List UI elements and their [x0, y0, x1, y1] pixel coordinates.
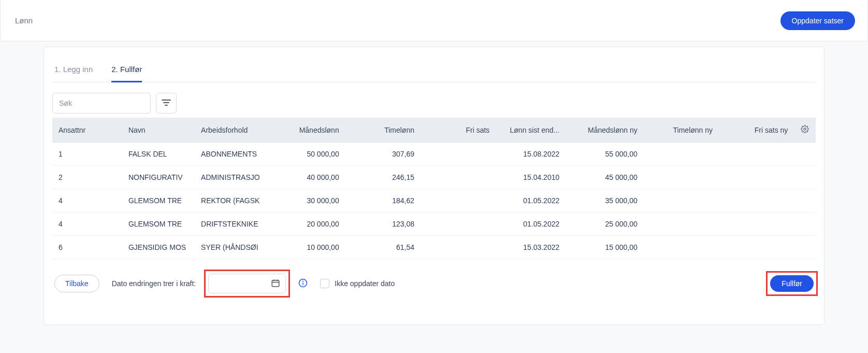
main-card: 1. Legg inn 2. Fullfør — [44, 47, 824, 325]
cell-manedslonn_ny: 25 000,00 — [566, 213, 644, 236]
complete-button[interactable]: Fullfør — [770, 275, 814, 292]
table-row[interactable]: 4GLEMSOM TREDRIFTSTEKNIKE20 000,00123,08… — [52, 213, 816, 236]
footer-row: Tilbake Dato endringen trer i kraft: — [52, 274, 816, 293]
col-manedslonn[interactable]: Månedslønn — [270, 118, 345, 143]
cell-timelonn: 307,69 — [345, 143, 421, 166]
col-lonn-sist-end[interactable]: Lønn sist end... — [496, 118, 566, 143]
cell-empty — [794, 236, 816, 259]
col-arbeidsforhold[interactable]: Arbeidsforhold — [195, 118, 270, 143]
svg-point-3 — [804, 128, 806, 130]
cell-fri_sats_ny — [719, 143, 794, 166]
cell-timelonn: 123,08 — [345, 213, 421, 236]
svg-rect-4 — [272, 280, 280, 286]
cell-manedslonn: 30 000,00 — [270, 189, 345, 213]
cell-empty — [794, 166, 816, 189]
cell-fri_sats_ny — [719, 213, 794, 236]
date-effective-label: Dato endringen trer i kraft: — [112, 279, 196, 288]
info-icon[interactable] — [298, 278, 308, 289]
col-navn[interactable]: Navn — [122, 118, 195, 143]
checkbox-label: Ikke oppdater dato — [335, 279, 395, 288]
cell-lonn_sist_end: 15.03.2022 — [496, 236, 566, 259]
cell-empty — [794, 143, 816, 166]
tab-fullfor[interactable]: 2. Fullfør — [111, 60, 142, 82]
page-title: Lønn — [15, 16, 33, 25]
cell-fri_sats — [421, 189, 496, 213]
cell-empty — [794, 189, 816, 213]
checkbox-box — [320, 279, 329, 288]
col-ansattnr[interactable]: Ansattnr — [52, 118, 122, 143]
cell-navn: NONFIGURATIV — [122, 166, 195, 189]
topbar: Lønn Oppdater satser — [0, 0, 868, 41]
date-effective-input[interactable] — [208, 274, 286, 293]
cell-navn: GJENSIDIG MOS — [122, 236, 195, 259]
cell-arbeidsforhold: ADMINISTRASJO — [195, 166, 270, 189]
col-fri-sats[interactable]: Fri sats — [421, 118, 496, 143]
dont-update-date-checkbox[interactable]: Ikke oppdater dato — [320, 279, 395, 288]
table-row[interactable]: 2NONFIGURATIVADMINISTRASJO40 000,00246,1… — [52, 166, 816, 189]
cell-fri_sats_ny — [719, 236, 794, 259]
filter-icon — [162, 99, 171, 108]
cell-manedslonn: 50 000,00 — [270, 143, 345, 166]
highlight-complete-button: Fullfør — [770, 275, 814, 292]
cell-ansattnr: 4 — [52, 213, 122, 236]
salary-table: Ansattnr Navn Arbeidsforhold Månedslønn … — [52, 118, 816, 259]
cell-arbeidsforhold: DRIFTSTEKNIKE — [195, 213, 270, 236]
cell-timelonn: 184,62 — [345, 189, 421, 213]
cell-fri_sats — [421, 236, 496, 259]
search-input[interactable] — [52, 93, 151, 114]
filter-button[interactable] — [156, 93, 177, 114]
cell-manedslonn_ny: 35 000,00 — [566, 189, 644, 213]
cell-arbeidsforhold: ABONNEMENTS — [195, 143, 270, 166]
cell-ansattnr: 2 — [52, 166, 122, 189]
cell-fri_sats_ny — [719, 189, 794, 213]
col-settings[interactable] — [794, 118, 816, 143]
tab-legg-inn[interactable]: 1. Legg inn — [54, 60, 93, 82]
cell-lonn_sist_end: 15.08.2022 — [496, 143, 566, 166]
cell-timelonn_ny — [644, 143, 719, 166]
cell-ansattnr: 6 — [52, 236, 122, 259]
cell-lonn_sist_end: 01.05.2022 — [496, 213, 566, 236]
cell-arbeidsforhold: REKTOR (FAGSK — [195, 189, 270, 213]
step-tabs: 1. Legg inn 2. Fullfør — [52, 60, 816, 82]
col-manedslonn-ny[interactable]: Månedslønn ny — [566, 118, 644, 143]
svg-point-10 — [303, 281, 303, 281]
cell-lonn_sist_end: 01.05.2022 — [496, 189, 566, 213]
cell-manedslonn: 20 000,00 — [270, 213, 345, 236]
cell-timelonn_ny — [644, 189, 719, 213]
cell-fri_sats — [421, 213, 496, 236]
col-fri-sats-ny[interactable]: Fri sats ny — [719, 118, 794, 143]
cell-timelonn: 246,15 — [345, 166, 421, 189]
cell-manedslonn_ny: 15 000,00 — [566, 236, 644, 259]
table-row[interactable]: 4GLEMSOM TREREKTOR (FAGSK30 000,00184,62… — [52, 189, 816, 213]
cell-timelonn_ny — [644, 236, 719, 259]
table-row[interactable]: 1FALSK DELABONNEMENTS50 000,00307,6915.0… — [52, 143, 816, 166]
cell-manedslonn: 10 000,00 — [270, 236, 345, 259]
cell-timelonn_ny — [644, 213, 719, 236]
cell-manedslonn: 40 000,00 — [270, 166, 345, 189]
table-header-row: Ansattnr Navn Arbeidsforhold Månedslønn … — [52, 118, 816, 143]
cell-navn: GLEMSOM TRE — [122, 189, 195, 213]
col-timelonn-ny[interactable]: Timelønn ny — [644, 118, 719, 143]
cell-arbeidsforhold: SYER (HÅNDSØI — [195, 236, 270, 259]
cell-fri_sats_ny — [719, 166, 794, 189]
calendar-icon — [271, 278, 280, 289]
cell-fri_sats — [421, 166, 496, 189]
cell-ansattnr: 1 — [52, 143, 122, 166]
cell-ansattnr: 4 — [52, 189, 122, 213]
col-timelonn[interactable]: Timelønn — [345, 118, 421, 143]
update-rates-button[interactable]: Oppdater satser — [780, 11, 855, 30]
cell-timelonn: 61,54 — [345, 236, 421, 259]
cell-manedslonn_ny: 45 000,00 — [566, 166, 644, 189]
table-row[interactable]: 6GJENSIDIG MOSSYER (HÅNDSØI10 000,0061,5… — [52, 236, 816, 259]
toolbar — [52, 93, 816, 114]
cell-empty — [794, 213, 816, 236]
cell-timelonn_ny — [644, 166, 719, 189]
cell-fri_sats — [421, 143, 496, 166]
gear-icon — [801, 126, 809, 135]
highlight-date-field — [208, 274, 286, 293]
cell-manedslonn_ny: 55 000,00 — [566, 143, 644, 166]
cell-navn: FALSK DEL — [122, 143, 195, 166]
cell-lonn_sist_end: 15.04.2010 — [496, 166, 566, 189]
back-button[interactable]: Tilbake — [54, 275, 99, 292]
cell-navn: GLEMSOM TRE — [122, 213, 195, 236]
